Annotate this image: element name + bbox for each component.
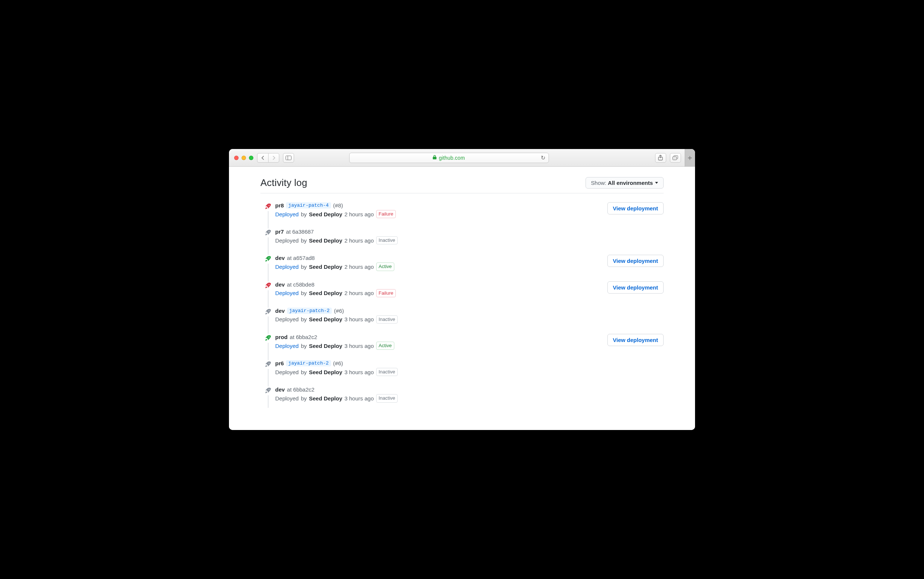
- deployed-link[interactable]: Deployed: [275, 263, 298, 270]
- sidebar-icon: [285, 155, 292, 160]
- activity-item-meta: DeployedbySeed Deploy3 hours agoInactive: [275, 368, 398, 376]
- environment-filter[interactable]: Show: All environments: [586, 177, 664, 188]
- back-button[interactable]: [257, 153, 268, 163]
- pr-number: (#6): [333, 360, 343, 366]
- commit-ref: at 6bba2c2: [287, 386, 315, 393]
- deployed-link[interactable]: Deployed: [275, 343, 298, 349]
- by-label: by: [301, 369, 306, 375]
- zoom-window-button[interactable]: [249, 155, 253, 160]
- status-badge: Active: [376, 263, 394, 271]
- actor-name[interactable]: Seed Deploy: [309, 369, 342, 375]
- svg-rect-4: [672, 157, 677, 160]
- tabs-button[interactable]: [670, 153, 681, 163]
- activity-item-body: pr7at 6a38687DeployedbySeed Deploy2 hour…: [275, 229, 398, 244]
- close-window-button[interactable]: [234, 155, 239, 160]
- activity-item-meta: DeployedbySeed Deploy3 hours agoInactive: [275, 316, 398, 324]
- lock-icon: [433, 155, 436, 160]
- view-deployment-button[interactable]: View deployment: [607, 255, 664, 267]
- activity-item-meta: DeployedbySeed Deploy2 hours agoFailure: [275, 289, 396, 297]
- deployed-label: Deployed: [275, 369, 298, 375]
- view-deployment-button[interactable]: View deployment: [607, 202, 664, 214]
- commit-ref: at c58bde8: [287, 281, 315, 288]
- environment-name: dev: [275, 281, 285, 288]
- deployed-label: Deployed: [275, 237, 298, 244]
- by-label: by: [301, 263, 306, 270]
- activity-item: devjayair-patch-2(#6)DeployedbySeed Depl…: [260, 303, 664, 329]
- minimize-window-button[interactable]: [242, 155, 246, 160]
- activity-item-title: devat c58bde8: [275, 281, 396, 288]
- activity-item-title: pr8jayair-patch-4(#8): [275, 202, 396, 209]
- status-badge: Inactive: [376, 394, 398, 402]
- environment-name: pr7: [275, 229, 284, 235]
- caret-down-icon: [655, 182, 658, 184]
- environment-name: dev: [275, 307, 285, 314]
- environment-name: prod: [275, 334, 287, 340]
- status-badge: Failure: [376, 210, 396, 218]
- activity-item-title: pr6jayair-patch-2(#6): [275, 360, 398, 366]
- activity-item-title: devat 6bba2c2: [275, 386, 398, 393]
- status-badge: Inactive: [376, 236, 398, 244]
- relative-time: 2 hours ago: [344, 237, 374, 244]
- share-icon: [658, 155, 663, 160]
- activity-item-meta: DeployedbySeed Deploy3 hours agoActive: [275, 342, 394, 350]
- activity-item: pr8jayair-patch-4(#8)DeployedbySeed Depl…: [260, 197, 664, 223]
- view-deployment-button[interactable]: View deployment: [607, 281, 664, 294]
- rocket-icon: [263, 334, 272, 343]
- address-bar[interactable]: github.com ↻: [349, 153, 549, 163]
- traffic-lights: [233, 155, 253, 160]
- activity-item-title: prodat 6bba2c2: [275, 334, 394, 340]
- by-label: by: [301, 290, 306, 296]
- activity-item-body: devat c58bde8DeployedbySeed Deploy2 hour…: [275, 281, 396, 297]
- relative-time: 2 hours ago: [344, 211, 374, 218]
- forward-button[interactable]: [268, 153, 279, 163]
- pr-number: (#8): [333, 202, 343, 209]
- new-tab-button[interactable]: ＋: [685, 149, 695, 167]
- titlebar: github.com ↻ ＋: [229, 149, 695, 167]
- page-header: Activity log Show: All environments: [260, 177, 664, 193]
- filter-prefix: Show:: [591, 180, 607, 186]
- view-deployment-button[interactable]: View deployment: [607, 334, 664, 346]
- activity-item-title: devat a657ad8: [275, 255, 394, 261]
- actor-name[interactable]: Seed Deploy: [309, 263, 342, 270]
- relative-time: 3 hours ago: [344, 369, 374, 375]
- relative-time: 2 hours ago: [344, 263, 374, 270]
- chevron-left-icon: [261, 155, 265, 160]
- environment-name: pr6: [275, 360, 284, 366]
- by-label: by: [301, 343, 306, 349]
- share-button[interactable]: [655, 153, 666, 163]
- rocket-icon: [263, 281, 272, 290]
- activity-item: pr7at 6a38687DeployedbySeed Deploy2 hour…: [260, 223, 664, 250]
- actor-name[interactable]: Seed Deploy: [309, 343, 342, 349]
- deployed-link[interactable]: Deployed: [275, 211, 298, 218]
- pr-number: (#6): [334, 307, 344, 314]
- activity-item-body: pr8jayair-patch-4(#8)DeployedbySeed Depl…: [275, 202, 396, 218]
- activity-item-meta: DeployedbySeed Deploy2 hours agoInactive: [275, 236, 398, 244]
- page-title: Activity log: [260, 177, 307, 188]
- environment-name: dev: [275, 386, 285, 393]
- branch-ref[interactable]: jayair-patch-2: [287, 307, 332, 314]
- relative-time: 3 hours ago: [344, 395, 374, 402]
- activity-item-body: pr6jayair-patch-2(#6)DeployedbySeed Depl…: [275, 360, 398, 376]
- actor-name[interactable]: Seed Deploy: [309, 211, 342, 218]
- commit-ref: at a657ad8: [287, 255, 315, 261]
- deployed-link[interactable]: Deployed: [275, 290, 298, 296]
- by-label: by: [301, 211, 306, 218]
- address-bar-domain: github.com: [439, 155, 465, 161]
- relative-time: 3 hours ago: [344, 343, 374, 349]
- reload-button[interactable]: ↻: [541, 155, 546, 161]
- activity-item-title: devjayair-patch-2(#6): [275, 307, 398, 314]
- actor-name[interactable]: Seed Deploy: [309, 237, 342, 244]
- sidebar-toggle-button[interactable]: [283, 153, 294, 163]
- nav-buttons: [257, 153, 279, 163]
- actor-name[interactable]: Seed Deploy: [309, 316, 342, 322]
- branch-ref[interactable]: jayair-patch-4: [286, 202, 331, 209]
- activity-item: devat c58bde8DeployedbySeed Deploy2 hour…: [260, 276, 664, 303]
- activity-item-body: devat a657ad8DeployedbySeed Deploy2 hour…: [275, 255, 394, 271]
- branch-ref[interactable]: jayair-patch-2: [286, 360, 331, 366]
- actor-name[interactable]: Seed Deploy: [309, 395, 342, 402]
- actor-name[interactable]: Seed Deploy: [309, 290, 342, 296]
- by-label: by: [301, 237, 306, 244]
- activity-item: pr6jayair-patch-2(#6)DeployedbySeed Depl…: [260, 355, 664, 381]
- tabs-icon: [672, 155, 678, 160]
- activity-item: devat 6bba2c2DeployedbySeed Deploy3 hour…: [260, 381, 664, 407]
